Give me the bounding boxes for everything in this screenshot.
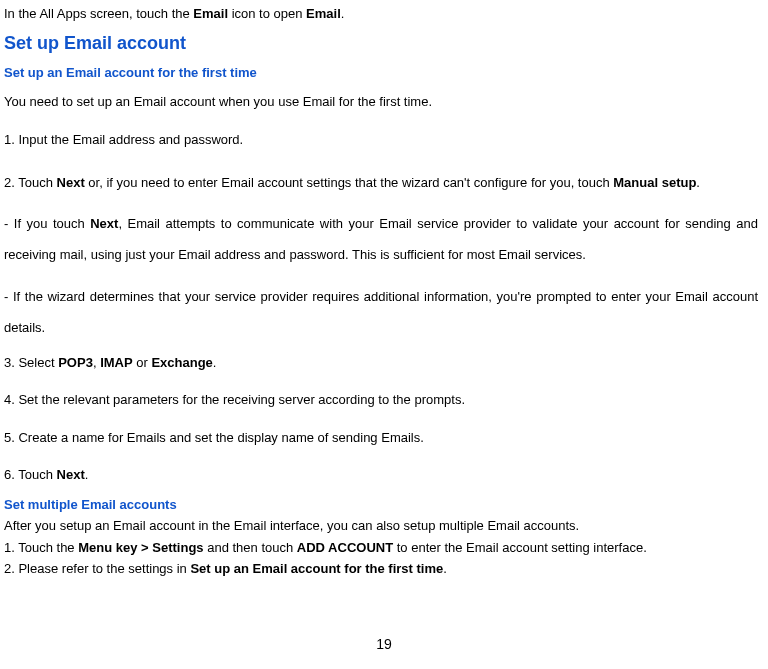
text: 3. Select: [4, 355, 58, 370]
text: .: [341, 6, 345, 21]
page-number: 19: [0, 634, 768, 655]
text: or, if you need to enter Email account s…: [85, 175, 614, 190]
text: icon to open: [228, 6, 306, 21]
text: or: [133, 355, 152, 370]
text: to enter the Email account setting inter…: [393, 540, 647, 555]
bold-menu-settings: Menu key > Settings: [78, 540, 203, 555]
text: .: [85, 467, 89, 482]
bold-imap: IMAP: [100, 355, 133, 370]
step-2-note-1: - If you touch Next, Email attempts to c…: [4, 208, 758, 270]
bold-manual-setup: Manual setup: [613, 175, 696, 190]
text: 2. Please refer to the settings in: [4, 561, 190, 576]
heading-first-time: Set up an Email account for the first ti…: [4, 63, 758, 83]
bold-add-account: ADD ACCOUNT: [297, 540, 393, 555]
paragraph-need-setup: You need to set up an Email account when…: [4, 92, 758, 112]
bold-next: Next: [57, 467, 85, 482]
intro-paragraph: In the All Apps screen, touch the Email …: [4, 4, 758, 24]
step-2-note-2: - If the wizard determines that your ser…: [4, 281, 758, 343]
multiple-step-2: 2. Please refer to the settings in Set u…: [4, 559, 758, 579]
bold-exchange: Exchange: [151, 355, 212, 370]
text: .: [696, 175, 700, 190]
paragraph-multiple-intro: After you setup an Email account in the …: [4, 516, 758, 536]
heading-setup-email-account: Set up Email account: [4, 30, 758, 57]
text: - If you touch: [4, 216, 90, 231]
bold-email-1: Email: [193, 6, 228, 21]
bold-next: Next: [57, 175, 85, 190]
bold-pop3: POP3: [58, 355, 93, 370]
text: 6. Touch: [4, 467, 57, 482]
bold-setup-first-time: Set up an Email account for the first ti…: [190, 561, 443, 576]
text: , Email attempts to communicate with you…: [4, 216, 758, 262]
bold-next: Next: [90, 216, 118, 231]
step-3: 3. Select POP3, IMAP or Exchange.: [4, 353, 758, 373]
text: 1. Touch the: [4, 540, 78, 555]
text: and then touch: [204, 540, 297, 555]
text: .: [443, 561, 447, 576]
step-2: 2. Touch Next or, if you need to enter E…: [4, 167, 758, 198]
text: 2. Touch: [4, 175, 57, 190]
step-1: 1. Input the Email address and password.: [4, 130, 758, 150]
heading-multiple-accounts: Set multiple Email accounts: [4, 495, 758, 515]
multiple-step-1: 1. Touch the Menu key > Settings and the…: [4, 538, 758, 558]
step-5: 5. Create a name for Emails and set the …: [4, 428, 758, 448]
text: In the All Apps screen, touch the: [4, 6, 193, 21]
text: .: [213, 355, 217, 370]
step-6: 6. Touch Next.: [4, 465, 758, 485]
step-4: 4. Set the relevant parameters for the r…: [4, 390, 758, 410]
bold-email-2: Email: [306, 6, 341, 21]
